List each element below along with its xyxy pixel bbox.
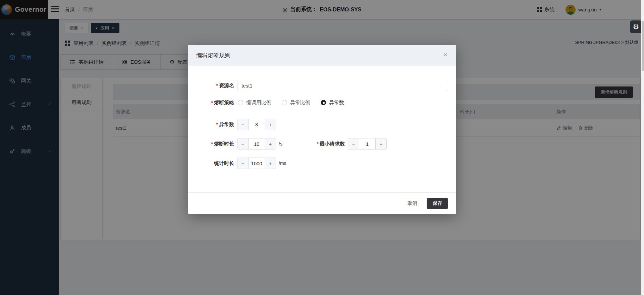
form-row-durations: *熔断时长 − 10 + /s *最小请求数 − 1 + <box>188 138 456 150</box>
stat-duration-value[interactable]: 1000 <box>249 158 265 169</box>
resource-input[interactable] <box>237 80 448 91</box>
min-requests-value[interactable]: 1 <box>359 138 375 149</box>
increment-button[interactable]: + <box>265 158 276 169</box>
decrement-button[interactable]: − <box>237 158 249 169</box>
dialog-title: 编辑熔断规则 <box>196 52 230 59</box>
form-row-strategy: *熔断策略 慢调用比例 异常比例 异常数 <box>188 99 456 107</box>
increment-button[interactable]: + <box>375 138 386 149</box>
radio-exception-count[interactable]: 异常数 <box>321 100 344 106</box>
decrement-button[interactable]: − <box>237 119 249 130</box>
form-row-stat-duration: 统计时长 − 1000 + /ms <box>188 158 456 169</box>
break-duration-stepper: − 10 + <box>237 138 276 150</box>
radio-exception-ratio[interactable]: 异常比例 <box>282 100 310 106</box>
stat-duration-label: 统计时长 <box>188 160 234 167</box>
strategy-label: *熔断策略 <box>188 100 234 106</box>
strategy-radio-group: 慢调用比例 异常比例 异常数 <box>238 100 344 106</box>
scrollbar-thumb[interactable] <box>642 21 644 71</box>
save-button[interactable]: 保存 <box>427 198 448 209</box>
decrement-button[interactable]: − <box>348 138 359 149</box>
radio-circle-icon <box>238 100 243 105</box>
min-requests-label: *最小请求数 <box>305 141 345 147</box>
exception-count-label: *异常数 <box>188 121 234 128</box>
exception-count-value[interactable]: 3 <box>249 119 265 130</box>
cancel-button[interactable]: 取消 <box>408 200 417 206</box>
dialog-header: 编辑熔断规则 <box>188 45 456 66</box>
page-scrollbar[interactable] <box>641 0 644 295</box>
radio-circle-icon <box>282 100 287 105</box>
close-icon[interactable]: × <box>443 51 447 58</box>
break-duration-label: *熔断时长 <box>188 141 234 147</box>
exception-count-stepper: − 3 + <box>237 119 276 130</box>
radio-slow-call-ratio[interactable]: 慢调用比例 <box>238 100 271 106</box>
stat-duration-stepper: − 1000 + <box>237 158 276 169</box>
edit-breaker-rule-dialog: 编辑熔断规则 × *资源名 *熔断策略 慢调用比例 异常比例 异常数 <box>188 45 456 214</box>
form-row-resource: *资源名 <box>188 80 456 91</box>
break-duration-unit: /s <box>279 141 282 146</box>
resource-label: *资源名 <box>188 82 234 89</box>
settings-gear-button[interactable]: ⚙ <box>630 20 642 33</box>
min-requests-stepper: − 1 + <box>348 138 387 150</box>
break-duration-value[interactable]: 10 <box>249 138 265 149</box>
dialog-footer: 取消 保存 <box>188 192 456 214</box>
increment-button[interactable]: + <box>265 119 276 130</box>
app-window: Governor 首页 / 应用 ◎ 当前系统： EOS-DEMO-SYS 系统 <box>0 0 644 295</box>
decrement-button[interactable]: − <box>237 138 249 149</box>
increment-button[interactable]: + <box>265 138 276 149</box>
radio-circle-icon <box>321 100 326 105</box>
gear-icon: ⚙ <box>633 23 639 31</box>
stat-duration-unit: /ms <box>279 161 286 166</box>
form-row-exception-count: *异常数 − 3 + <box>188 119 456 130</box>
